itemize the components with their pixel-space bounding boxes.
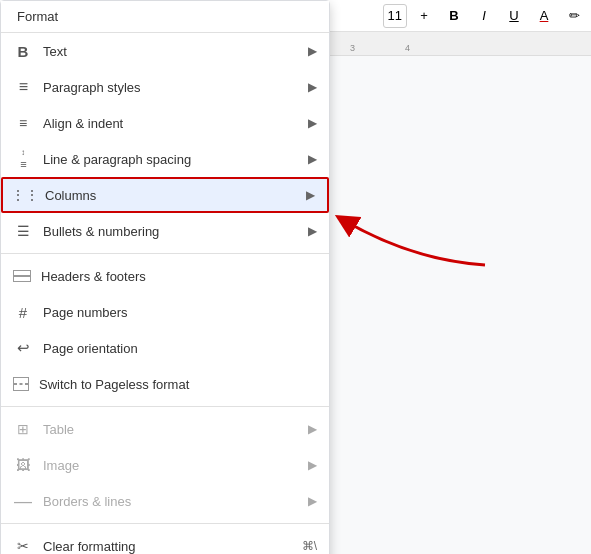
menu-item-headers[interactable]: Headers & footers	[1, 258, 329, 294]
columns-icon: ⋮⋮	[15, 187, 35, 203]
bullets-icon: ☰	[13, 223, 33, 239]
orientation-icon: ↩	[13, 339, 33, 357]
table-label: Table	[43, 422, 308, 437]
bold-button[interactable]: B	[441, 3, 467, 29]
dropdown-title: Format	[17, 9, 58, 24]
columns-arrow: ▶	[306, 188, 315, 202]
borders-label: Borders & lines	[43, 494, 308, 509]
paragraph-label: Paragraph styles	[43, 80, 308, 95]
underline-button[interactable]: U	[501, 3, 527, 29]
borders-arrow: ▶	[308, 494, 317, 508]
headers-icon	[13, 270, 31, 282]
doc-area	[330, 68, 591, 554]
image-label: Image	[43, 458, 308, 473]
orientation-label: Page orientation	[43, 341, 317, 356]
clear-label: Clear formatting	[43, 539, 302, 554]
dropdown-header: Format	[1, 1, 329, 33]
line-spacing-icon: ↕ ≡	[13, 148, 33, 170]
align-arrow: ▶	[308, 116, 317, 130]
page-numbers-icon: #	[13, 304, 33, 321]
menu-item-text[interactable]: B Text ▶	[1, 33, 329, 69]
table-arrow: ▶	[308, 422, 317, 436]
font-size-box: 11	[383, 4, 407, 28]
divider-3	[1, 523, 329, 524]
align-icon: ≡	[13, 115, 33, 131]
menu-item-clear-formatting[interactable]: ✂ Clear formatting ⌘\	[1, 528, 329, 554]
bullets-arrow: ▶	[308, 224, 317, 238]
text-arrow: ▶	[308, 44, 317, 58]
ruler-tick-3: 3	[350, 43, 355, 53]
italic-button[interactable]: I	[471, 3, 497, 29]
menu-item-image[interactable]: 🖼 Image ▶	[1, 447, 329, 483]
image-icon: 🖼	[13, 457, 33, 473]
menu-item-table[interactable]: ⊞ Table ▶	[1, 411, 329, 447]
page-numbers-label: Page numbers	[43, 305, 317, 320]
bullets-label: Bullets & numbering	[43, 224, 308, 239]
highlight-button[interactable]: ✏	[561, 3, 587, 29]
menu-item-bullets[interactable]: ☰ Bullets & numbering ▶	[1, 213, 329, 249]
text-label: Text	[43, 44, 308, 59]
menu-item-paragraph-styles[interactable]: ≡ Paragraph styles ▶	[1, 69, 329, 105]
menu-item-borders[interactable]: — Borders & lines ▶	[1, 483, 329, 519]
menu-item-line-spacing[interactable]: ↕ ≡ Line & paragraph spacing ▶	[1, 141, 329, 177]
font-size-value: 11	[388, 8, 402, 23]
paragraph-arrow: ▶	[308, 80, 317, 94]
ruler: 3 4	[330, 32, 591, 56]
menu-item-page-numbers[interactable]: # Page numbers	[1, 294, 329, 330]
borders-icon: —	[13, 492, 33, 510]
format-dropdown: Format B Text ▶ ≡ Paragraph styles ▶ ≡ A…	[0, 0, 330, 554]
align-label: Align & indent	[43, 116, 308, 131]
paragraph-icon: ≡	[13, 78, 33, 96]
annotation-arrow	[330, 210, 490, 270]
table-icon: ⊞	[13, 421, 33, 437]
menu-item-pageless[interactable]: Switch to Pageless format	[1, 366, 329, 402]
font-size-increase[interactable]: +	[411, 3, 437, 29]
divider-1	[1, 253, 329, 254]
line-spacing-label: Line & paragraph spacing	[43, 152, 308, 167]
font-color-button[interactable]: A	[531, 3, 557, 29]
menu-item-columns[interactable]: ⋮⋮ Columns ▶	[1, 177, 329, 213]
menu-item-align[interactable]: ≡ Align & indent ▶	[1, 105, 329, 141]
pageless-icon	[13, 377, 29, 391]
divider-2	[1, 406, 329, 407]
line-spacing-arrow: ▶	[308, 152, 317, 166]
clear-icon: ✂	[13, 538, 33, 554]
ruler-tick-4: 4	[405, 43, 410, 53]
text-icon: B	[13, 43, 33, 60]
pageless-label: Switch to Pageless format	[39, 377, 317, 392]
image-arrow: ▶	[308, 458, 317, 472]
columns-label: Columns	[45, 188, 306, 203]
clear-shortcut: ⌘\	[302, 539, 317, 553]
menu-item-orientation[interactable]: ↩ Page orientation	[1, 330, 329, 366]
headers-label: Headers & footers	[41, 269, 317, 284]
